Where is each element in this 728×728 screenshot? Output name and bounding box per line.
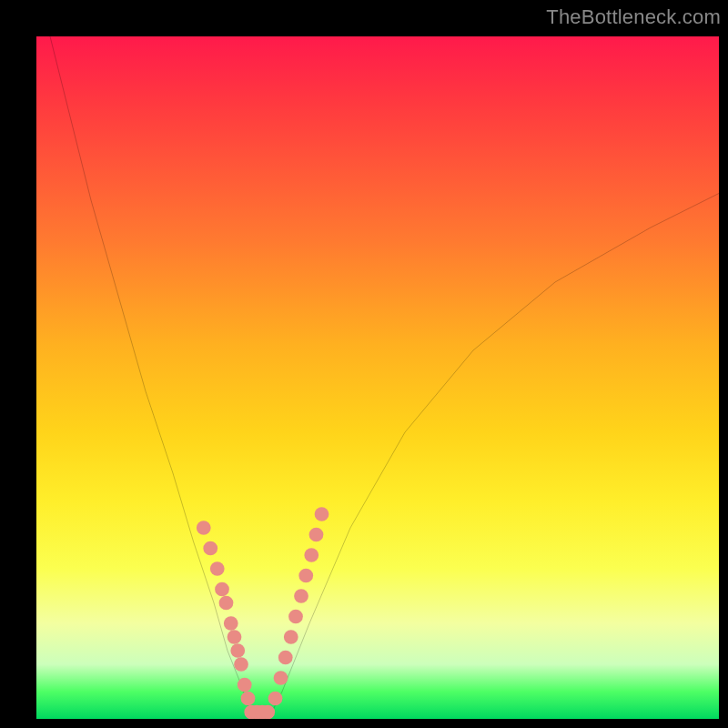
dot-right-dots bbox=[288, 610, 303, 624]
dot-right-dots bbox=[278, 651, 293, 665]
dot-bottom-dots bbox=[260, 705, 275, 719]
dot-right-dots bbox=[274, 671, 288, 685]
watermark-text: TheBottleneck.com bbox=[546, 5, 721, 29]
dot-left-dots bbox=[224, 616, 238, 631]
plot-svg bbox=[36, 36, 719, 719]
dot-right-dots bbox=[304, 548, 318, 562]
series-left-curve bbox=[50, 36, 255, 719]
dot-left-dots bbox=[234, 657, 248, 672]
dot-left-dots bbox=[215, 582, 229, 597]
scatter-series-group bbox=[197, 507, 329, 719]
dot-right-dots bbox=[298, 569, 313, 583]
dot-right-dots bbox=[294, 589, 308, 603]
plot-area bbox=[36, 36, 719, 719]
dot-left-dots bbox=[219, 596, 234, 611]
dot-left-dots bbox=[241, 692, 256, 706]
line-series-group bbox=[50, 36, 719, 719]
dot-left-dots bbox=[197, 521, 211, 535]
chart-root: TheBottleneck.com bbox=[0, 0, 728, 728]
dot-left-dots bbox=[228, 630, 242, 644]
series-right-curve bbox=[268, 194, 719, 720]
dot-left-dots bbox=[230, 643, 245, 658]
dot-right-dots bbox=[284, 630, 298, 644]
dot-right-dots bbox=[315, 507, 329, 521]
dot-left-dots bbox=[238, 678, 252, 693]
dot-left-dots bbox=[203, 541, 217, 556]
dot-right-dots bbox=[268, 692, 283, 706]
dot-left-dots bbox=[210, 561, 225, 576]
dot-right-dots bbox=[309, 528, 324, 542]
